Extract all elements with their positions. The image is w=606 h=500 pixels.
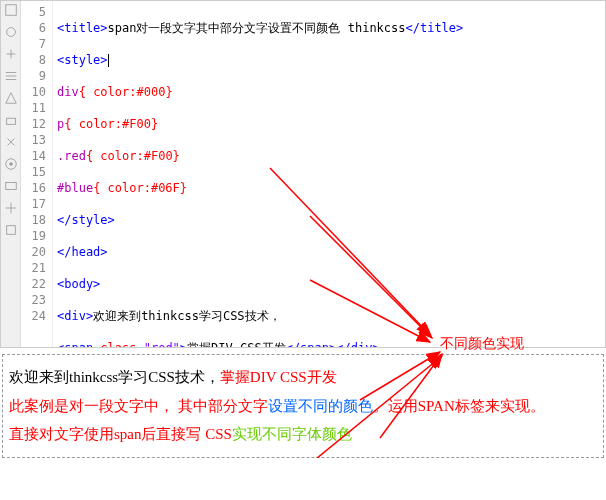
preview-text-red: 掌握DIV CSS开发: [220, 369, 337, 385]
svg-point-5: [9, 162, 13, 166]
tool-icon[interactable]: [4, 91, 18, 105]
annotation-label: 不同颜色实现: [440, 335, 524, 353]
tool-icon[interactable]: [4, 47, 18, 61]
svg-point-1: [6, 28, 15, 37]
code-area[interactable]: <title>span对一段文字其中部分文字设置不同颜色 thinkcss</t…: [53, 1, 605, 347]
tool-icon[interactable]: [4, 223, 18, 237]
preview-text: 直接对文字使用span后直接写 CSS: [9, 426, 232, 442]
svg-rect-0: [5, 5, 16, 16]
svg-marker-2: [5, 93, 16, 104]
preview-text: 欢迎来到thinkcss学习CSS技术，: [9, 369, 220, 385]
svg-rect-6: [5, 183, 16, 190]
browser-preview: 欢迎来到thinkcss学习CSS技术，掌握DIV CSS开发 此案例是对一段文…: [2, 354, 604, 458]
tool-icon[interactable]: [4, 157, 18, 171]
line-gutter: 56789101112131415161718192021222324: [21, 1, 53, 347]
editor-toolbar: [1, 1, 21, 347]
preview-text: 。运用SPAN标签来实现。: [373, 398, 545, 414]
tool-icon[interactable]: [4, 201, 18, 215]
tool-icon[interactable]: [4, 3, 18, 17]
svg-rect-3: [6, 118, 15, 124]
preview-text: 此案例是对一段文字中， 其中部分文字: [9, 398, 268, 414]
code-editor: 56789101112131415161718192021222324 <tit…: [0, 0, 606, 348]
preview-text-blue: 设置不同的颜色: [268, 398, 373, 414]
tool-icon[interactable]: [4, 69, 18, 83]
tool-icon[interactable]: [4, 25, 18, 39]
tool-icon[interactable]: [4, 135, 18, 149]
tool-icon[interactable]: [4, 179, 18, 193]
text-cursor: [108, 54, 109, 67]
preview-text-green: 实现不同字体颜色: [232, 426, 352, 442]
tool-icon[interactable]: [4, 113, 18, 127]
